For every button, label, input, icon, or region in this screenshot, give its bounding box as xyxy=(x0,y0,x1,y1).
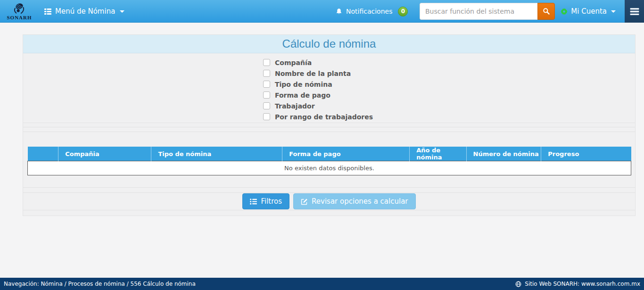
review-options-button[interactable]: Revisar opciones a calcular xyxy=(293,193,415,209)
filter-label: Por rango de trabajadores xyxy=(275,113,373,121)
hamburger-icon xyxy=(630,8,639,15)
filter-checkbox-nombre-planta[interactable] xyxy=(263,70,270,77)
filters-button-label: Filtros xyxy=(261,197,282,206)
breadcrumb: Navegación: Nómina / Procesos de nómina … xyxy=(4,281,196,287)
filter-label: Nombre de la planta xyxy=(275,70,351,77)
filter-label: Compañía xyxy=(275,59,312,66)
filter-checkbox-rango-trabajadores[interactable] xyxy=(263,113,270,120)
filter-options-section: Compañía Nombre de la planta Tipo de nóm… xyxy=(23,53,635,123)
results-table-section: Compañia Tipo de nómina Forma de pago Añ… xyxy=(23,132,635,187)
table-row: No existen datos disponibles. xyxy=(28,161,631,175)
bell-icon xyxy=(336,8,342,15)
calculation-panel: Cálculo de nómina Compañía Nombre de la … xyxy=(23,34,636,216)
filters-button[interactable]: Filtros xyxy=(242,193,289,209)
payroll-results-table: Compañia Tipo de nómina Forma de pago Añ… xyxy=(27,147,631,175)
table-header-tipo-nomina: Tipo de nómina xyxy=(151,147,282,161)
panel-header: Cálculo de nómina xyxy=(23,35,635,53)
table-header-progreso: Progreso xyxy=(541,147,631,161)
filter-label: Tipo de nómina xyxy=(275,81,332,88)
review-options-button-label: Revisar opciones a calcular xyxy=(312,197,408,206)
table-header-empty xyxy=(28,147,58,161)
divider xyxy=(23,123,635,127)
actions-section: Filtros Revisar opciones a calcular xyxy=(23,193,635,210)
table-header-compania: Compañia xyxy=(58,147,151,161)
hamburger-menu-button[interactable] xyxy=(625,0,644,23)
notifications-label: Notificaciones xyxy=(346,8,392,15)
notifications-count-badge: 0 xyxy=(398,7,408,17)
payroll-menu-label: Menú de Nómina xyxy=(55,7,115,16)
filter-row: Nombre de la planta xyxy=(263,68,635,79)
search-icon xyxy=(543,8,550,15)
filter-row: Tipo de nómina xyxy=(263,79,635,90)
list-ul-icon xyxy=(250,199,257,205)
table-header-numero-nomina: Número de nómina xyxy=(466,147,541,161)
page-title: Cálculo de nómina xyxy=(23,35,635,53)
sonarh-logo[interactable]: SONARH xyxy=(5,2,34,20)
filter-checkbox-tipo-nomina[interactable] xyxy=(263,81,270,88)
my-account-dropdown[interactable]: Mi Cuenta xyxy=(561,0,616,23)
divider xyxy=(23,127,635,132)
filter-row: Compañía xyxy=(263,57,635,68)
filter-label: Trabajador xyxy=(275,102,315,110)
top-navbar: SONARH Menú de Nómina Notificaciones 0 xyxy=(0,0,644,23)
notifications-button[interactable]: Notificaciones 0 xyxy=(336,0,408,23)
filter-label: Forma de pago xyxy=(275,91,330,99)
brand-text: SONARH xyxy=(5,15,34,20)
payroll-menu-dropdown[interactable]: Menú de Nómina xyxy=(44,7,124,16)
filter-row: Forma de pago xyxy=(263,90,635,100)
empty-table-message: No existen datos disponibles. xyxy=(28,161,631,175)
website-link[interactable]: Sitio Web SONARH: www.sonarh.com.mx xyxy=(525,281,640,287)
footer-bar: Navegación: Nómina / Procesos de nómina … xyxy=(0,278,644,290)
divider xyxy=(23,187,635,193)
divider xyxy=(23,210,635,215)
globe-icon xyxy=(515,281,521,287)
filter-checkbox-forma-pago[interactable] xyxy=(263,91,270,99)
chevron-down-icon xyxy=(611,10,616,13)
filter-checkbox-trabajador[interactable] xyxy=(263,102,270,109)
search-button[interactable] xyxy=(537,3,555,20)
filter-row: Por rango de trabajadores xyxy=(263,111,635,122)
sonarh-logo-icon xyxy=(10,2,29,15)
edit-icon xyxy=(301,198,308,205)
chevron-down-icon xyxy=(120,10,124,13)
my-account-label: Mi Cuenta xyxy=(571,7,607,16)
table-header-row: Compañia Tipo de nómina Forma de pago Añ… xyxy=(28,147,631,161)
table-header-ano-nomina: Año de nómina xyxy=(410,147,466,161)
filter-row: Trabajador xyxy=(263,100,635,111)
gear-icon xyxy=(561,8,568,15)
search-input[interactable] xyxy=(420,3,537,20)
filter-checkbox-compania[interactable] xyxy=(263,59,270,66)
table-header-forma-pago: Forma de pago xyxy=(282,147,410,161)
list-menu-icon xyxy=(44,8,51,15)
